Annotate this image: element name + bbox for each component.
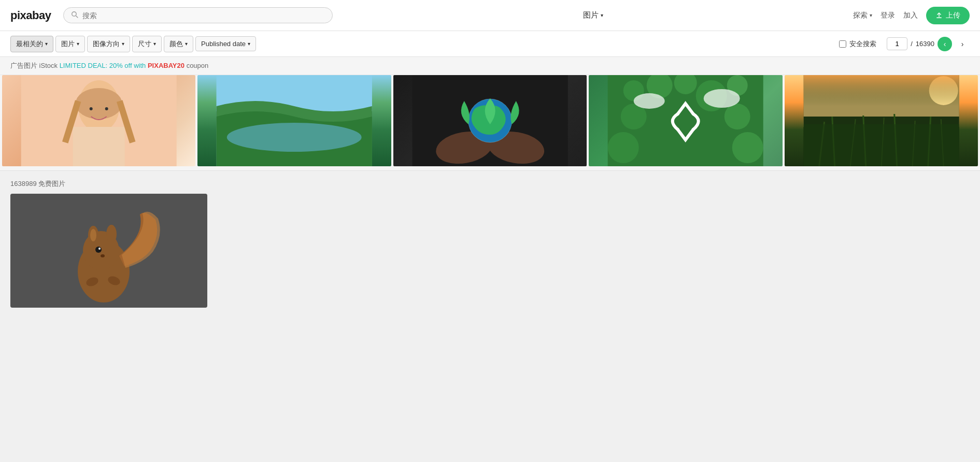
logo[interactable]: pixabay <box>10 9 51 22</box>
svg-point-55 <box>95 247 102 253</box>
svg-point-57 <box>101 254 105 257</box>
svg-rect-47 <box>803 75 959 127</box>
safe-search-wrap: 安全搜索 <box>839 39 876 49</box>
ad-image-sunrise[interactable] <box>785 75 978 166</box>
nav-images-button[interactable]: 图片 ▾ <box>578 7 608 23</box>
filter-size-label: 尺寸 <box>138 39 151 49</box>
svg-line-1 <box>76 16 78 18</box>
page-next-icon: › <box>961 40 964 48</box>
upload-icon <box>935 12 943 19</box>
ad-prefix: 广告图片 iStock <box>10 62 58 69</box>
svg-point-54 <box>90 229 96 241</box>
free-images-grid <box>10 194 970 308</box>
header: pixabay 图片 ▾ 探索 ▾ 登录 加入 上传 <box>0 0 980 31</box>
filter-size-chevron: ▾ <box>153 41 156 47</box>
filter-images-chevron: ▾ <box>77 41 79 47</box>
svg-point-15 <box>227 123 362 152</box>
ad-image-lake[interactable] <box>197 75 391 166</box>
svg-point-53 <box>106 225 117 243</box>
svg-point-9 <box>90 107 93 110</box>
free-image-squirrel[interactable] <box>10 194 207 308</box>
filter-color[interactable]: 颜色 ▾ <box>164 36 193 52</box>
filter-size[interactable]: 尺寸 ▾ <box>132 36 162 52</box>
search-icon <box>71 11 78 20</box>
svg-point-28 <box>725 104 750 129</box>
svg-point-32 <box>704 89 740 108</box>
filter-color-label: 颜色 <box>169 39 183 49</box>
upload-button[interactable]: 上传 <box>926 7 970 24</box>
free-count: 1638989 免费图片 <box>10 179 970 189</box>
login-button[interactable]: 登录 <box>880 11 895 20</box>
page-prev-icon: ‹ <box>944 40 946 48</box>
nav-right: 探索 ▾ 登录 加入 上传 <box>853 7 970 24</box>
join-button[interactable]: 加入 <box>903 11 918 20</box>
filter-orientation-chevron: ▾ <box>122 41 124 47</box>
filter-published-date-label: Published date <box>201 40 246 48</box>
nav-center: 图片 ▾ <box>341 7 845 23</box>
filter-images-label: 图片 <box>61 39 75 49</box>
page-next-button[interactable]: › <box>955 37 970 51</box>
explore-chevron: ▾ <box>870 12 872 18</box>
explore-label: 探索 <box>853 11 868 20</box>
explore-button[interactable]: 探索 ▾ <box>853 11 872 20</box>
ad-banner: 广告图片 iStock LIMITED DEAL: 20% off with P… <box>0 57 980 75</box>
svg-point-0 <box>72 12 76 16</box>
filter-published-date[interactable]: Published date ▾ <box>195 36 256 51</box>
svg-point-56 <box>98 248 101 250</box>
ad-suffix: coupon <box>187 62 209 69</box>
svg-rect-46 <box>803 124 959 166</box>
ad-code-link[interactable]: PIXABAY20 <box>148 62 187 69</box>
page-prev-button[interactable]: ‹ <box>938 37 952 51</box>
ad-image-green[interactable] <box>589 75 782 166</box>
filter-most-relevant[interactable]: 最相关的 ▾ <box>10 36 53 52</box>
svg-point-29 <box>608 132 639 163</box>
filter-orientation[interactable]: 图像方向 ▾ <box>87 36 130 52</box>
nav-images-chevron: ▾ <box>601 12 603 18</box>
upload-label: 上传 <box>946 11 960 20</box>
filter-images[interactable]: 图片 ▾ <box>55 36 85 52</box>
filter-most-relevant-chevron: ▾ <box>45 41 48 47</box>
filter-published-date-chevron: ▾ <box>248 41 250 47</box>
filter-most-relevant-label: 最相关的 <box>16 39 43 49</box>
svg-rect-2 <box>936 17 942 18</box>
safe-search-checkbox[interactable] <box>839 40 846 48</box>
filter-color-chevron: ▾ <box>185 41 188 47</box>
free-section: 1638989 免费图片 <box>0 171 980 308</box>
filter-bar: 最相关的 ▾ 图片 ▾ 图像方向 ▾ 尺寸 ▾ 颜色 ▾ Published d… <box>0 31 980 57</box>
page-input[interactable] <box>887 37 907 50</box>
filter-orientation-label: 图像方向 <box>93 39 120 49</box>
svg-point-6 <box>76 88 122 119</box>
ad-image-woman[interactable] <box>2 75 195 166</box>
search-input[interactable] <box>82 11 325 20</box>
svg-point-10 <box>105 107 108 110</box>
svg-rect-5 <box>73 127 125 166</box>
page-separator: / <box>911 40 913 48</box>
safe-search-label: 安全搜索 <box>849 39 876 49</box>
nav-images-label: 图片 <box>583 10 599 20</box>
svg-point-30 <box>732 132 763 163</box>
page-nav: / 16390 ‹ › <box>887 37 970 51</box>
ad-image-earth[interactable] <box>393 75 587 166</box>
ad-deal-link[interactable]: LIMITED DEAL: 20% off with <box>60 62 148 69</box>
svg-point-31 <box>634 93 665 109</box>
ad-images-row <box>0 75 980 170</box>
page-total: 16390 <box>916 40 934 48</box>
search-bar[interactable] <box>63 7 333 23</box>
